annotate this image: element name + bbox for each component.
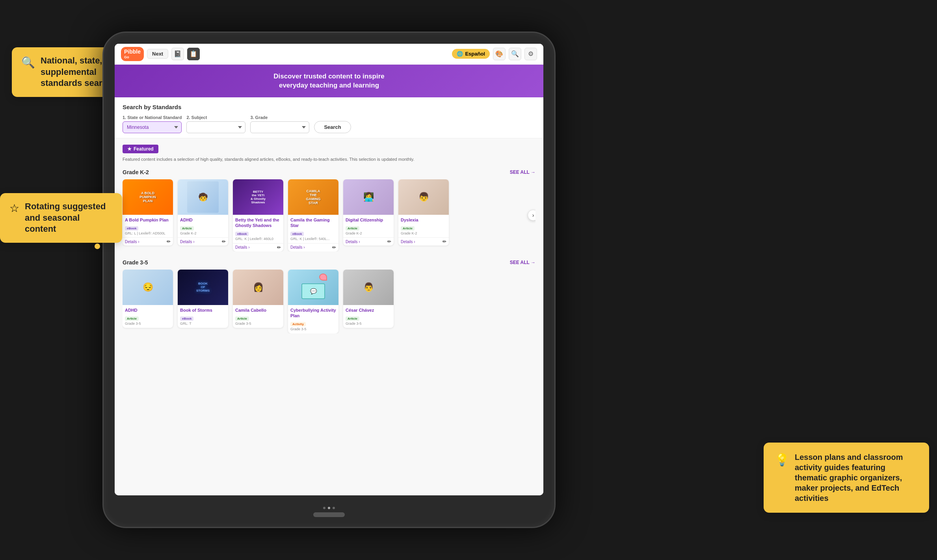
logo-bubble: Pibble Go — [121, 47, 144, 61]
card-img-adhd-35: 😔 — [123, 270, 173, 305]
card-type-adhd-35: Article — [125, 316, 139, 321]
report-button[interactable]: 📋 — [187, 48, 200, 60]
grade-select[interactable] — [250, 121, 309, 133]
standard-group-3: 3. Grade — [250, 115, 309, 133]
grade-35-title: Grade 3-5 — [123, 259, 148, 266]
standards-row: 1. State or National Standard Minnesota … — [123, 115, 535, 133]
details-link-dyslexia[interactable]: Details › — [401, 240, 415, 244]
card-title-digital[interactable]: Digital Citizenship — [346, 217, 391, 223]
tablet-screen: Pibble Go Next 📓 📋 🌐 Español 🎨 🔍 ⚙ — [115, 44, 543, 495]
details-link-camila-gaming[interactable]: Details › — [290, 245, 305, 249]
card-title-camila-cabello[interactable]: Camila Cabello — [235, 307, 281, 313]
tablet-home-bar — [313, 512, 345, 517]
settings-button[interactable]: ⚙ — [524, 48, 537, 60]
orange-dot-indicator — [95, 244, 100, 249]
details-link-adhd-k2[interactable]: Details › — [180, 240, 195, 244]
card-footer-betty: Details › ✏ — [233, 243, 283, 251]
card-cyberbullying: 💬 Cyberbullying Activity Plan Activity G… — [288, 270, 338, 333]
details-link-digital[interactable]: Details › — [346, 240, 360, 244]
featured-label: Featured — [134, 146, 154, 152]
content-area: ★ Featured Featured content includes a s… — [115, 138, 543, 495]
edit-icon-betty[interactable]: ✏ — [277, 245, 281, 250]
card-body-adhd: ADHD Article Grade K-2 — [178, 215, 228, 238]
card-digital-citizenship: 👩‍💻 Digital Citizenship Article Grade K-… — [343, 179, 394, 246]
search-button[interactable]: 🔍 — [509, 48, 521, 60]
notebook-button[interactable]: 📓 — [171, 48, 184, 60]
callout-lesson: 💡 Lesson plans and classroom activity gu… — [764, 443, 929, 513]
edit-icon-adhd-k2[interactable]: ✏ — [222, 239, 226, 244]
card-cesar-chavez: 👨 César Chávez Article Grade 3-5 — [343, 270, 394, 328]
details-link-pumpkin[interactable]: Details › — [125, 240, 139, 244]
next-button[interactable]: Next — [147, 49, 168, 59]
card-type-digital: Article — [346, 226, 359, 231]
card-title-adhd-35[interactable]: ADHD — [125, 307, 171, 313]
callout-rotating: ☆ Rotating suggested and seasonal conten… — [0, 193, 122, 243]
card-adhd-35: 😔 ADHD Article Grade 3-5 — [123, 270, 173, 328]
card-meta-dyslexia: Grade K-2 — [401, 231, 446, 236]
subject-select[interactable] — [186, 121, 245, 133]
card-body-dyslexia: Dyslexia Article Grade K-2 — [398, 215, 449, 238]
content-inner: ★ Featured Featured content includes a s… — [115, 138, 543, 348]
lightbulb-icon: 💡 — [775, 453, 789, 467]
details-link-betty[interactable]: Details › — [235, 245, 250, 249]
card-camila-cabello: 👩 Camila Cabello Article Grade 3-5 — [233, 270, 283, 328]
grade-k2-section: Grade K-2 SEE ALL → A BOLDPUMPKINPLAN A … — [123, 169, 535, 251]
card-adhd-k2: 🧒 ADHD Article Grade K-2 Details › ✏ — [178, 179, 228, 246]
featured-badge: ★ Featured — [123, 145, 158, 153]
grade-35-cards: 😔 ADHD Article Grade 3-5 — [123, 270, 535, 333]
card-meta-betty: GRL: K | Lexile®: 460L0 — [235, 236, 281, 242]
card-body-camila-cabello: Camila Cabello Article Grade 3-5 — [233, 305, 283, 328]
card-type-camila-cabello: Article — [235, 316, 249, 321]
card-title-dyslexia[interactable]: Dyslexia — [401, 217, 446, 223]
card-img-betty: BETTYthe YETI& GhostlyShadows — [233, 179, 283, 215]
tablet-page-indicators — [323, 507, 335, 509]
card-body-pumpkin: A Bold Pumpkin Plan eBook GRL: L | Lexil… — [123, 215, 173, 238]
grade-k2-header: Grade K-2 SEE ALL → — [123, 169, 535, 175]
card-title-betty[interactable]: Betty the Yeti and the Ghostly Shadows — [235, 217, 281, 229]
card-title-adhd-k2[interactable]: ADHD — [180, 217, 226, 223]
edit-icon-camila-gaming[interactable]: ✏ — [332, 245, 336, 250]
card-body-betty: Betty the Yeti and the Ghostly Shadows e… — [233, 215, 283, 243]
card-title-camila-gaming[interactable]: Camila the Gaming Star — [290, 217, 336, 229]
card-body-cyberbullying: Cyberbullying Activity Plan Activity Gra… — [288, 305, 338, 333]
espanol-label: Español — [465, 51, 485, 57]
card-meta-storms: GRL: T — [180, 321, 226, 326]
card-body-cesar: César Chávez Article Grade 3-5 — [343, 305, 394, 328]
search-standards-button[interactable]: Search — [314, 121, 351, 133]
edit-icon-digital[interactable]: ✏ — [387, 239, 391, 244]
header-right: 🌐 Español 🎨 🔍 ⚙ — [452, 48, 537, 60]
dot-1 — [323, 507, 325, 509]
card-meta-cesar: Grade 3-5 — [346, 321, 391, 326]
carousel-next-k2[interactable]: › — [528, 210, 535, 221]
grade-k2-see-all[interactable]: SEE ALL → — [510, 169, 535, 175]
star-outline-icon: ☆ — [9, 202, 19, 215]
edit-icon-pumpkin[interactable]: ✏ — [167, 239, 171, 244]
callout-rotating-text: Rotating suggested and seasonal content — [25, 201, 113, 235]
card-title-cesar[interactable]: César Chávez — [346, 307, 391, 313]
grade-k2-cards: A BOLDPUMPKINPLAN A Bold Pumpkin Plan eB… — [123, 179, 535, 251]
card-body-adhd-35: ADHD Article Grade 3-5 — [123, 305, 173, 328]
edit-icon-dyslexia[interactable]: ✏ — [442, 239, 446, 244]
card-bold-pumpkin: A BOLDPUMPKINPLAN A Bold Pumpkin Plan eB… — [123, 179, 173, 246]
card-title-storms[interactable]: Book of Storms — [180, 307, 226, 313]
color-wheel-icon[interactable]: 🎨 — [493, 48, 506, 60]
state-standard-select[interactable]: Minnesota — [123, 121, 182, 133]
card-img-dyslexia: 👦 — [398, 179, 449, 215]
card-title-cyberbullying[interactable]: Cyberbullying Activity Plan — [290, 307, 336, 319]
standard-label-2: 2. Subject — [186, 115, 245, 120]
featured-description: Featured content includes a selection of… — [123, 156, 535, 162]
card-type-dyslexia: Article — [401, 226, 415, 231]
app-header: Pibble Go Next 📓 📋 🌐 Español 🎨 🔍 ⚙ — [115, 44, 543, 65]
standard-label-3: 3. Grade — [250, 115, 309, 120]
card-img-camila-gaming: CAMILATHEGAMINGSTAR — [288, 179, 338, 215]
grade-35-see-all[interactable]: SEE ALL → — [510, 260, 535, 265]
card-body-storms: Book of Storms eBook GRL: T — [178, 305, 228, 328]
card-title-pumpkin[interactable]: A Bold Pumpkin Plan — [125, 217, 171, 223]
card-book-storms: BOOKOFSTORMS Book of Storms eBook GRL: T — [178, 270, 228, 328]
standard-group-1: 1. State or National Standard Minnesota — [123, 115, 182, 133]
banner: Discover trusted content to inspire ever… — [115, 65, 543, 98]
espanol-button[interactable]: 🌐 Español — [452, 49, 490, 59]
card-body-digital: Digital Citizenship Article Grade K-2 — [343, 215, 394, 238]
standards-title: Search by Standards — [123, 104, 535, 110]
standard-label-1: 1. State or National Standard — [123, 115, 182, 120]
